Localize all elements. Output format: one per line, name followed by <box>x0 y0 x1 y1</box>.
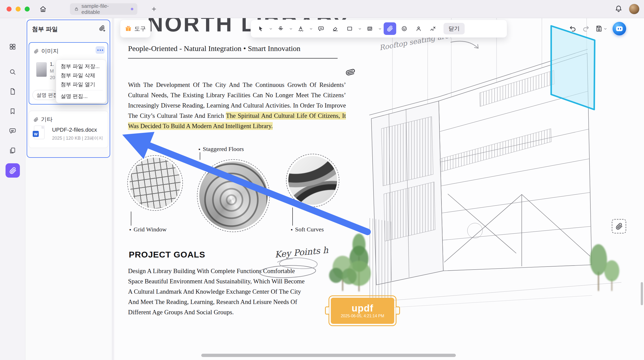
cyan-shape-annotation[interactable] <box>551 26 595 110</box>
image-thumbnail <box>36 62 47 77</box>
stamp-tab-right <box>396 306 400 315</box>
close-button[interactable]: 닫기 <box>444 23 465 34</box>
gift-icon <box>125 25 132 32</box>
tree-illustrations <box>329 234 619 291</box>
bullet: ▪ <box>291 227 293 232</box>
unsaved-indicator <box>131 8 133 10</box>
notifications-button[interactable] <box>615 5 622 13</box>
lock-icon <box>74 7 79 12</box>
rail-item-thumbnails[interactable] <box>9 43 17 51</box>
strikethrough-tool[interactable] <box>274 22 287 35</box>
attachment-context-menu: 첨부 파일 저장... 첨부 파일 삭제 첨부 파일 열기 설명 편집... <box>56 60 106 103</box>
rail-item-comments[interactable] <box>9 127 17 135</box>
paperclip-icon <box>9 167 17 174</box>
save-button[interactable] <box>595 25 603 32</box>
copy-icon <box>9 147 16 154</box>
caption-soft-curves: ▪Soft Curves <box>291 226 324 233</box>
rectangle-tool[interactable] <box>343 22 356 35</box>
goals-paragraph: Design A Library Building With Complete … <box>128 266 309 317</box>
menu-item-save-attachment[interactable]: 첨부 파일 저장... <box>56 62 106 71</box>
tools-button[interactable]: 도구 <box>120 20 151 38</box>
rectangle-icon <box>346 25 353 32</box>
sticker-tool[interactable] <box>398 22 411 35</box>
horizontal-scrollbar[interactable] <box>201 354 456 357</box>
document-tab[interactable]: sample-file-editable <box>70 3 137 15</box>
caption-grid-window: ▪Grid Window <box>129 226 167 233</box>
handwritten-key-points[interactable]: Key Points h <box>274 245 329 260</box>
caption-connector <box>292 208 293 226</box>
add-attachment-button[interactable] <box>98 25 106 32</box>
more-options-button[interactable] <box>96 46 105 54</box>
traffic-light-zoom[interactable] <box>25 7 30 12</box>
menu-item-delete-attachment[interactable]: 첨부 파일 삭제 <box>56 71 106 80</box>
document-page: NORTH LIBRARY People-Oriented - Natural … <box>114 18 644 360</box>
bell-icon <box>615 5 622 13</box>
person-stamp-icon <box>415 25 422 32</box>
pattern-tool[interactable] <box>364 22 376 35</box>
bullet: ▪ <box>198 146 200 152</box>
traffic-light-close[interactable] <box>7 7 12 12</box>
document-heading: People-Oriented - Natural Integration • … <box>128 44 300 53</box>
page-icon <box>9 88 16 95</box>
paperclip-icon <box>615 223 623 230</box>
rectangle-tool-dropdown[interactable] <box>358 22 362 35</box>
heading-rule <box>128 58 338 59</box>
select-tool-dropdown[interactable] <box>269 22 273 35</box>
signature-icon <box>430 25 436 32</box>
save-dropdown[interactable] <box>604 27 607 30</box>
rooftop-arrow-annotation <box>451 41 478 48</box>
file-meta: 2025 | 120 KB | 23페이지 <box>52 135 103 141</box>
menu-item-edit-caption[interactable]: 설명 편집... <box>56 92 106 101</box>
rail-item-search[interactable] <box>9 68 17 76</box>
file-name: UPDF-2-files.docx <box>52 127 97 133</box>
stamp-tab-left <box>325 306 329 315</box>
goals-title: PROJECT GOALS <box>129 250 205 260</box>
attachment-card-other[interactable]: 기타 W UPDF-2-files.docx 2025 | 120 KB | 2… <box>29 111 108 148</box>
stamp-tool[interactable] <box>412 22 425 35</box>
avatar[interactable] <box>629 4 639 14</box>
bookmark-icon <box>9 108 16 115</box>
bullet: ▪ <box>129 227 131 232</box>
rail-item-documents[interactable] <box>9 147 17 155</box>
eraser-icon <box>332 25 339 32</box>
home-button[interactable] <box>39 5 47 13</box>
tools-label: 도구 <box>134 25 146 33</box>
card-label-other: 기타 <box>41 116 53 123</box>
redo-button[interactable] <box>582 25 590 32</box>
vertical-scrollbar[interactable] <box>641 282 643 305</box>
menu-item-open-attachment[interactable]: 첨부 파일 열기 <box>56 80 106 89</box>
caption-staggered-floors: ▪Staggered Floors <box>198 146 244 152</box>
file-meta-fragment: M <box>50 68 54 74</box>
attachment-place-button[interactable] <box>612 219 626 233</box>
pattern-tool-dropdown[interactable] <box>378 22 382 35</box>
card-label-image: 이미지 <box>41 47 59 55</box>
eraser-tool[interactable] <box>329 22 342 35</box>
rail-item-pages[interactable] <box>9 88 17 96</box>
rail-item-attachments[interactable] <box>6 163 20 178</box>
word-file-icon: W <box>34 126 45 139</box>
figure-soft-curves <box>286 154 339 207</box>
comment-tool[interactable] <box>315 22 327 35</box>
ai-assistant-button[interactable] <box>613 22 626 35</box>
attachment-tool[interactable] <box>384 22 396 35</box>
edit-caption-button[interactable]: 설명 편집 <box>32 90 57 100</box>
new-tab-button[interactable] <box>151 6 157 12</box>
signature-tool[interactable] <box>427 22 439 35</box>
panel-title: 첨부 파일 <box>32 25 58 33</box>
squiggly-underline-tool[interactable] <box>295 22 307 35</box>
select-tool[interactable] <box>254 22 267 35</box>
strikethrough-tool-dropdown[interactable] <box>289 22 293 35</box>
squiggly-underline-tool-dropdown[interactable] <box>309 22 313 35</box>
rail-item-bookmarks[interactable] <box>9 108 17 116</box>
undo-button[interactable] <box>569 25 577 32</box>
home-icon <box>39 5 47 13</box>
traffic-light-minimize[interactable] <box>16 7 21 12</box>
file-name-fragment: 1. <box>50 61 54 67</box>
caption-connector <box>131 212 131 226</box>
ai-icon <box>616 26 623 31</box>
updf-stamp-annotation[interactable]: updf 2025-06-05, 4:21:14 PM <box>329 295 396 326</box>
attachment-annotation-icon[interactable] <box>344 66 357 79</box>
pattern-icon <box>367 25 373 32</box>
document-controls <box>569 22 626 36</box>
file-meta-fragment: 20 <box>50 75 55 80</box>
